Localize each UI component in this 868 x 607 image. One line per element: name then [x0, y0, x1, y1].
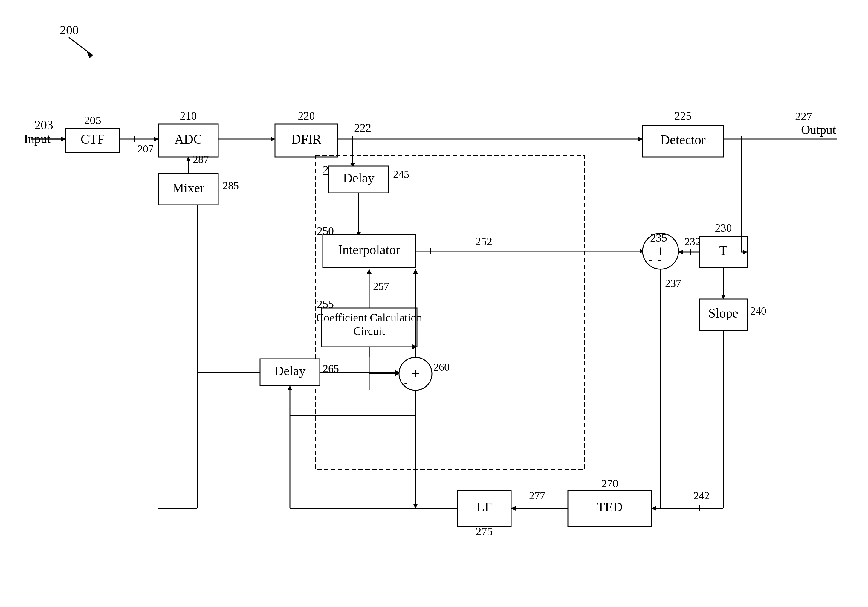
svg-marker-8: [271, 137, 275, 141]
delay2-label: Delay: [274, 363, 305, 378]
adc-label: ADC: [175, 132, 202, 146]
dfir-label: DFIR: [291, 132, 322, 146]
svg-marker-67: [413, 269, 418, 273]
svg-marker-54: [511, 506, 516, 511]
minus-260: -: [404, 376, 408, 388]
detector-label: Detector: [660, 132, 706, 147]
coeff-label1: Coefficient Calculation: [316, 311, 422, 324]
interpolator-label: Interpolator: [338, 242, 400, 257]
delay1-id: 245: [393, 168, 409, 180]
coeff-label2: Circuit: [353, 325, 385, 337]
detector-id: 225: [674, 109, 692, 122]
line-252: 252: [475, 235, 492, 248]
line-257: 257: [373, 281, 389, 292]
line-242: 242: [693, 490, 710, 502]
svg-marker-46: [721, 295, 726, 299]
svg-marker-5: [154, 137, 158, 141]
mixer-label: Mixer: [172, 181, 205, 195]
slope-id: 240: [750, 305, 766, 317]
ted-id: 270: [601, 477, 618, 490]
lf-label: LF: [476, 500, 492, 514]
line-232: 232: [685, 236, 701, 248]
delay2-id: 265: [323, 363, 339, 375]
svg-marker-1: [87, 51, 93, 58]
interpolator-id: 250: [317, 225, 334, 237]
sum-235-minus: -: [657, 252, 662, 266]
svg-marker-31: [288, 386, 292, 390]
ctf-label: CTF: [81, 132, 105, 146]
svg-line-0: [69, 37, 93, 55]
coeff-id: 255: [317, 298, 334, 310]
sum-symbol-260: +: [411, 366, 419, 382]
svg-marker-33: [413, 504, 418, 508]
diagram-title: 200: [60, 23, 79, 37]
delay1-label: Delay: [343, 171, 374, 185]
sum-235-id: 235: [650, 231, 667, 244]
slope-label: Slope: [708, 306, 738, 321]
svg-marker-22: [367, 269, 372, 273]
dfir-id: 220: [298, 109, 315, 122]
t-label: T: [719, 244, 727, 258]
diagram-container: 200 203 Input CTF 205 207 ADC 210 DFIR 2…: [0, 0, 868, 607]
adc-id: 210: [180, 109, 197, 122]
ctf-id: 205: [84, 114, 101, 126]
svg-marker-38: [186, 157, 191, 161]
mixer-id: 285: [223, 180, 239, 192]
line-277: 277: [529, 490, 545, 502]
lf-id: 275: [476, 525, 493, 538]
svg-marker-10: [638, 137, 643, 141]
minus-235: -: [648, 253, 652, 265]
sum-260-id: 260: [433, 361, 450, 373]
input-label-203: 203: [34, 118, 53, 132]
svg-marker-40: [679, 250, 683, 255]
line-222: 222: [354, 121, 371, 134]
line-207: 207: [138, 143, 153, 155]
t-id: 230: [715, 222, 732, 234]
line-237: 237: [665, 278, 681, 289]
output-label: Output: [801, 123, 836, 137]
output-id: 227: [795, 110, 812, 123]
ted-label: TED: [597, 500, 623, 514]
line-287: 287: [193, 154, 209, 165]
